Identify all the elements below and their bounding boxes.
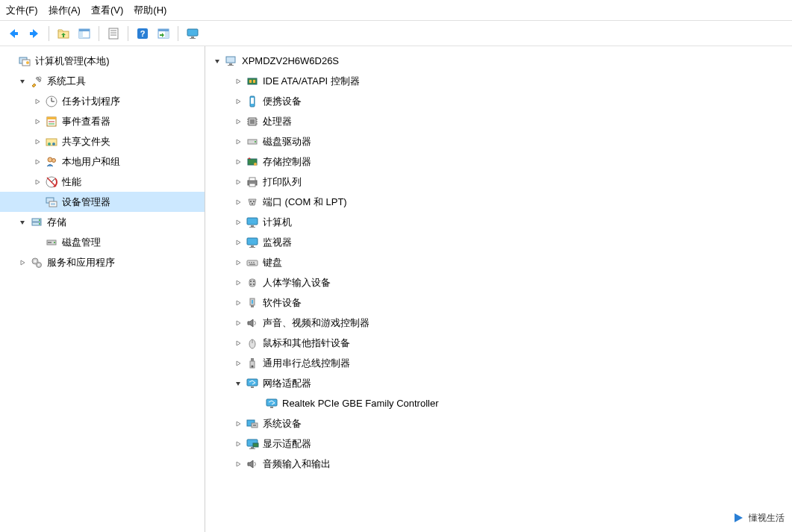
chevron-right-icon[interactable]: [232, 75, 244, 87]
properties-icon: [107, 27, 120, 40]
forward-button[interactable]: [25, 25, 43, 43]
category-system-devices[interactable]: 系统设备: [205, 413, 792, 434]
chevron-down-icon[interactable]: [211, 55, 223, 67]
disk-drive-icon: [246, 135, 259, 148]
menu-action[interactable]: 操作(A): [49, 4, 81, 17]
chevron-right-icon[interactable]: [232, 297, 244, 309]
action-pane-button[interactable]: [155, 25, 172, 43]
console-tree[interactable]: 计算机管理(本地) 系统工具 任务计划程序 事件查看器 共享文件夹 本地用户和组: [0, 46, 205, 532]
tree-task-scheduler[interactable]: 任务计划程序: [0, 91, 205, 111]
category-ports[interactable]: 端口 (COM 和 LPT): [205, 192, 792, 212]
category-monitors[interactable]: 监视器: [205, 232, 792, 252]
tree-local-users[interactable]: 本地用户和组: [0, 151, 205, 172]
tree-shared-folders[interactable]: 共享文件夹: [0, 131, 205, 151]
category-hid[interactable]: 人体学输入设备: [205, 272, 792, 292]
category-sound[interactable]: 声音、视频和游戏控制器: [205, 313, 792, 333]
chevron-down-icon[interactable]: [232, 378, 244, 389]
chevron-right-icon[interactable]: [232, 257, 244, 269]
chevron-right-icon[interactable]: [232, 176, 244, 188]
svg-rect-109: [249, 448, 255, 449]
chevron-right-icon[interactable]: [16, 257, 28, 269]
category-processor[interactable]: 处理器: [205, 111, 792, 131]
category-disk-drives[interactable]: 磁盘驱动器: [205, 131, 792, 151]
svg-rect-59: [250, 119, 255, 124]
category-computer[interactable]: 计算机: [205, 212, 792, 232]
category-display-adapters[interactable]: 显示适配器: [205, 434, 792, 454]
category-label: IDE ATA/ATAPI 控制器: [263, 75, 360, 88]
back-button[interactable]: [4, 25, 22, 43]
category-keyboards[interactable]: 键盘: [205, 252, 792, 272]
toolbar-separator: [49, 26, 49, 41]
device-list[interactable]: XPMDZV2H6W6D26S IDE ATA/ATAPI 控制器 便携设备 处…: [205, 46, 792, 532]
chevron-right-icon[interactable]: [232, 317, 244, 329]
svg-point-30: [48, 157, 52, 162]
menu-help[interactable]: 帮助(H): [134, 4, 166, 17]
up-button[interactable]: [54, 25, 72, 43]
chevron-right-icon[interactable]: [232, 237, 244, 248]
device-root[interactable]: XPMDZV2H6W6D26S: [205, 51, 792, 71]
tree-device-manager[interactable]: 设备管理器: [0, 192, 205, 212]
category-portable[interactable]: 便携设备: [205, 91, 792, 111]
toolbar-separator: [128, 26, 128, 41]
chevron-right-icon[interactable]: [232, 96, 244, 107]
category-label: 显示适配器: [263, 437, 311, 451]
category-storage-controllers[interactable]: 存储控制器: [205, 151, 792, 172]
properties-button[interactable]: [105, 25, 122, 43]
category-label: 通用串行总线控制器: [263, 357, 350, 370]
device-realtek-nic[interactable]: Realtek PCIe GBE Family Controller: [205, 393, 792, 413]
chevron-right-icon[interactable]: [232, 438, 244, 450]
toolbar-separator: [99, 26, 99, 41]
tree-event-viewer[interactable]: 事件查看器: [0, 111, 205, 131]
chevron-right-icon[interactable]: [232, 277, 244, 289]
category-audio-io[interactable]: 音频输入和输出: [205, 454, 792, 474]
help-button[interactable]: ?: [134, 25, 152, 43]
services-icon: [30, 256, 43, 269]
chevron-right-icon[interactable]: [31, 96, 43, 107]
chevron-right-icon[interactable]: [232, 156, 244, 168]
svg-rect-50: [226, 57, 235, 63]
svg-rect-27: [46, 139, 57, 145]
event-viewer-icon: [45, 115, 58, 128]
menu-view[interactable]: 查看(V): [91, 4, 123, 17]
monitor-button[interactable]: [184, 25, 202, 43]
category-usb[interactable]: 通用串行总线控制器: [205, 353, 792, 373]
chevron-right-icon[interactable]: [232, 196, 244, 208]
chevron-right-icon[interactable]: [31, 156, 43, 168]
tree-system-tools[interactable]: 系统工具: [0, 71, 205, 91]
chevron-down-icon[interactable]: [16, 75, 28, 87]
chevron-right-icon[interactable]: [232, 357, 244, 369]
svg-rect-76: [247, 218, 258, 225]
menu-file[interactable]: 文件(F): [6, 4, 38, 17]
watermark: 懂视生活: [732, 511, 785, 525]
chevron-right-icon[interactable]: [232, 216, 244, 228]
chevron-right-icon[interactable]: [232, 418, 244, 430]
chevron-right-icon[interactable]: [31, 136, 43, 148]
chevron-down-icon[interactable]: [16, 216, 28, 228]
chevron-right-icon[interactable]: [232, 458, 244, 470]
chevron-right-icon[interactable]: [232, 116, 244, 128]
show-hide-tree-button[interactable]: [75, 25, 93, 43]
tree-label: 计算机管理(本地): [35, 54, 110, 68]
tree-performance[interactable]: 性能: [0, 172, 205, 192]
chevron-right-icon[interactable]: [31, 116, 43, 128]
category-print-queues[interactable]: 打印队列: [205, 172, 792, 192]
svg-rect-83: [249, 262, 250, 263]
chevron-right-icon[interactable]: [31, 176, 43, 188]
svg-point-99: [252, 365, 254, 367]
svg-rect-87: [249, 279, 255, 287]
category-ide[interactable]: IDE ATA/ATAPI 控制器: [205, 71, 792, 91]
category-mice[interactable]: 鼠标和其他指针设备: [205, 333, 792, 353]
chevron-right-icon[interactable]: [232, 337, 244, 349]
svg-rect-86: [249, 263, 255, 265]
svg-point-28: [48, 143, 51, 145]
tree-storage[interactable]: 存储: [0, 212, 205, 232]
svg-point-67: [255, 141, 256, 143]
tree-disk-management[interactable]: 磁盘管理: [0, 232, 205, 252]
tree-label: 性能: [62, 175, 81, 189]
mouse-icon: [246, 337, 259, 350]
category-network-adapters[interactable]: 网络适配器: [205, 373, 792, 393]
category-software-devices[interactable]: 软件设备: [205, 292, 792, 313]
tree-services-apps[interactable]: 服务和应用程序: [0, 252, 205, 272]
chevron-right-icon[interactable]: [232, 136, 244, 148]
tree-root-computer-management[interactable]: 计算机管理(本地): [0, 51, 205, 71]
